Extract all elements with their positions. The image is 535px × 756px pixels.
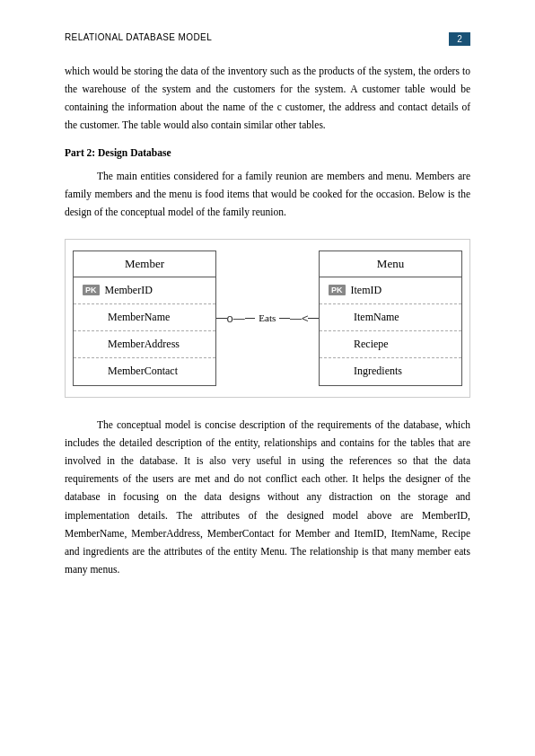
paragraph-2: The conceptual model is concise descript… xyxy=(65,416,470,578)
relationship-label: Eats xyxy=(255,312,279,323)
member-field-membercontact: MemberContact xyxy=(108,365,178,378)
member-entity-title: Member xyxy=(74,251,215,277)
page-number: 2 xyxy=(449,32,470,46)
mid-right-line-segment xyxy=(279,318,290,319)
menu-field-ingredients: Ingredients xyxy=(354,365,402,378)
left-line-segment xyxy=(216,318,227,319)
member-row-memberid: PK MemberID xyxy=(74,277,215,304)
right-line-segment xyxy=(308,318,319,319)
crow-foot-left: o— xyxy=(227,312,245,325)
crow-foot-right: —< xyxy=(290,312,309,325)
menu-row-itemid: PK ItemID xyxy=(320,277,461,304)
pk-badge-memberid: PK xyxy=(83,285,100,295)
page-title: RELATIONAL DATABASE MODEL xyxy=(65,32,212,42)
member-entity-table: Member PK MemberID MemberName MemberAddr… xyxy=(73,251,216,386)
menu-row-itemname: ItemName xyxy=(320,304,461,331)
mid-left-line-segment xyxy=(245,318,256,319)
menu-row-reciepe: Reciepe xyxy=(320,331,461,358)
paragraph-1: The main entities considered for a famil… xyxy=(65,167,470,221)
relationship-connector: o— Eats —< xyxy=(216,312,319,325)
page: RELATIONAL DATABASE MODEL 2 which would … xyxy=(0,0,535,756)
menu-row-ingredients: Ingredients xyxy=(320,358,461,385)
menu-field-itemid: ItemID xyxy=(351,284,382,297)
member-row-memberaddress: MemberAddress xyxy=(74,331,215,358)
member-field-memberid: MemberID xyxy=(105,284,153,297)
section-heading: Part 2: Design Database xyxy=(65,147,470,158)
relationship-line-inner: o— Eats —< xyxy=(216,312,319,325)
member-field-memberaddress: MemberAddress xyxy=(108,338,180,351)
page-header: RELATIONAL DATABASE MODEL 2 xyxy=(65,32,470,46)
menu-field-reciepe: Reciepe xyxy=(354,338,389,351)
member-row-membercontact: MemberContact xyxy=(74,358,215,385)
pk-badge-itemid: PK xyxy=(329,285,346,295)
menu-field-itemname: ItemName xyxy=(354,311,399,324)
member-field-membername: MemberName xyxy=(108,311,170,324)
intro-paragraph: which would be storing the data of the i… xyxy=(65,62,470,135)
menu-entity-table: Menu PK ItemID ItemName Reciepe Ingredie… xyxy=(319,251,462,386)
er-diagram: Member PK MemberID MemberName MemberAddr… xyxy=(65,239,470,398)
member-row-membername: MemberName xyxy=(74,304,215,331)
menu-entity-title: Menu xyxy=(320,251,461,277)
